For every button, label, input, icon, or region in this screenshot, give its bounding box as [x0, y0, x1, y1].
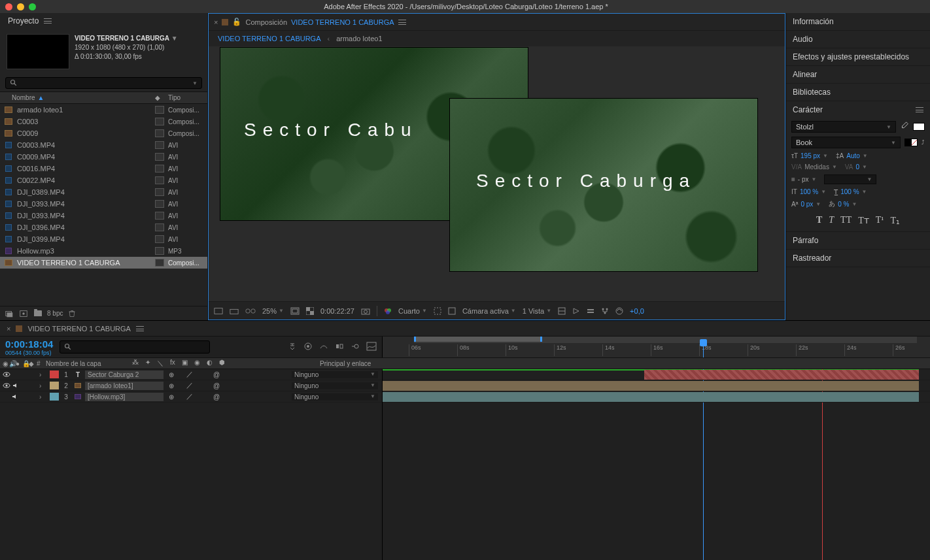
twirl-icon[interactable]: › [39, 393, 47, 401]
layer-switches[interactable]: ⊕／ [167, 382, 213, 389]
label-color[interactable] [155, 176, 164, 184]
swap-colors-icon[interactable]: ⤴ [921, 139, 925, 146]
project-item[interactable]: DJI_0393.MP4AVI [0, 198, 207, 210]
transparency-grid-icon[interactable] [306, 307, 314, 315]
always-preview-icon[interactable] [214, 307, 223, 315]
layer-label-color[interactable] [50, 393, 59, 401]
solo-toggle[interactable] [20, 382, 27, 389]
layer-switches[interactable]: ⊕／ [167, 393, 213, 401]
project-panel-tab[interactable]: Proyecto [0, 13, 207, 29]
panel-menu-icon[interactable] [44, 18, 52, 24]
allcaps-button[interactable]: TT [840, 215, 852, 226]
pickwhip-icon[interactable]: @ [213, 371, 220, 378]
project-item[interactable]: C0022.MP4AVI [0, 174, 207, 186]
superscript-button[interactable]: T¹ [876, 215, 884, 226]
label-color[interactable] [155, 118, 164, 125]
channel-icon[interactable] [384, 307, 392, 315]
label-color[interactable] [155, 188, 164, 196]
viewer-tab[interactable]: × 🔓 Composición VIDEO TERRENO 1 CABURGA [209, 14, 785, 31]
composition-canvas[interactable]: Sector Cabu Sector Caburga [209, 46, 785, 301]
italic-button[interactable]: T [829, 215, 834, 226]
hscale-input[interactable]: T̲ 100 % ▼ [834, 188, 867, 195]
stroke-over-select[interactable]: ▼ [824, 174, 876, 184]
label-color[interactable] [155, 200, 164, 208]
graph-editor-icon[interactable] [366, 342, 377, 352]
label-color[interactable] [155, 129, 164, 137]
project-item[interactable]: C0009.MP4AVI [0, 151, 207, 163]
info-panel-header[interactable]: Información [786, 13, 930, 30]
visibility-toggle[interactable] [3, 382, 10, 389]
parent-select[interactable]: Ninguno▼ [292, 393, 378, 401]
font-size-input[interactable]: τT 195 px ▼ [791, 152, 828, 159]
label-color[interactable] [155, 153, 164, 161]
pixel-aspect-icon[interactable] [558, 307, 566, 315]
baseline-input[interactable]: Aª 0 px ▼ [791, 201, 821, 208]
hide-shy-icon[interactable] [319, 342, 328, 352]
layer-name[interactable]: [armado loteo1] [85, 382, 164, 390]
layer-label-color[interactable] [50, 371, 59, 378]
audio-toggle[interactable] [12, 382, 19, 389]
font-style-select[interactable]: Book▼ [791, 137, 901, 148]
layer-label-color[interactable] [50, 382, 59, 389]
layer-row[interactable]: ›2[armado loteo1]⊕／@Ninguno▼ [0, 380, 382, 391]
project-item[interactable]: C0003Composi... [0, 116, 207, 127]
track-row[interactable] [383, 380, 930, 391]
chevron-left-icon[interactable]: ‹ [328, 35, 330, 42]
vscale-input[interactable]: IT 100 % ▼ [791, 188, 826, 195]
layer-row[interactable]: ›1TSector Caburga 2⊕／@Ninguno▼ [0, 369, 382, 380]
close-window-icon[interactable] [5, 3, 12, 10]
audio-toggle[interactable] [12, 393, 20, 401]
align-panel-header[interactable]: Alinear [786, 66, 930, 83]
timeline-menu-icon[interactable] [136, 326, 144, 331]
vr-icon[interactable] [245, 308, 256, 314]
parent-select[interactable]: Ninguno▼ [292, 382, 378, 389]
roi-icon[interactable] [434, 307, 441, 315]
visibility-toggle[interactable] [3, 393, 10, 401]
stroke-color-swatch[interactable] [904, 139, 911, 146]
layer-list[interactable]: ›1TSector Caburga 2⊕／@Ninguno▼›2[armado … [0, 369, 383, 560]
lock-col-icon[interactable]: 🔒 [20, 360, 26, 367]
crumb-active[interactable]: VIDEO TERRENO 1 CABURGA [218, 35, 321, 42]
crumb-nested[interactable]: armado loteo1 [336, 35, 382, 42]
interpret-footage-icon[interactable] [4, 308, 14, 319]
project-item[interactable]: DJI_0396.MP4AVI [0, 222, 207, 233]
playhead[interactable] [703, 343, 704, 357]
lock-icon[interactable]: 🔓 [232, 18, 241, 26]
visibility-toggle[interactable] [3, 371, 10, 378]
trash-icon[interactable] [67, 308, 77, 319]
draft-3d-toggle-icon[interactable] [303, 342, 313, 352]
col-parent[interactable]: Principal y enlace [317, 360, 383, 367]
fast-previews-icon[interactable] [572, 307, 580, 315]
pickwhip-icon[interactable]: @ [213, 393, 220, 401]
close-timeline-tab-icon[interactable]: × [7, 325, 10, 333]
frame-blend-icon[interactable] [335, 342, 344, 352]
track-row[interactable] [383, 391, 930, 403]
layer-bar[interactable] [644, 370, 919, 380]
current-timecode[interactable]: 0:00:18:04 [5, 338, 53, 350]
project-item[interactable]: Hollow.mp3MP3 [0, 245, 207, 257]
project-item-list[interactable]: armado loteo1Composi...C0003Composi...C0… [0, 104, 207, 306]
smallcaps-button[interactable]: Tᴛ [858, 215, 869, 226]
twirl-icon[interactable]: › [39, 371, 47, 378]
comp-mini-flowchart-icon[interactable] [288, 342, 297, 352]
work-area-bar[interactable] [414, 337, 542, 342]
exposure-value[interactable]: +0,0 [630, 307, 644, 315]
label-color[interactable] [155, 259, 164, 267]
character-panel-header[interactable]: Carácter [786, 101, 930, 118]
tracking-input[interactable]: VA 0 ▼ [845, 163, 867, 171]
view-layout-select[interactable]: 1 Vista ▼ [523, 307, 551, 315]
project-item[interactable]: C0016.MP4AVI [0, 163, 207, 174]
solo-toggle[interactable] [20, 393, 28, 401]
subscript-button[interactable]: T₁ [891, 215, 901, 226]
speaker-col-icon[interactable]: 🔊 [7, 360, 13, 367]
project-item[interactable]: C0003.MP4AVI [0, 139, 207, 151]
fill-color-swatch[interactable] [913, 123, 925, 131]
character-menu-icon[interactable] [916, 107, 923, 112]
resolution-icon[interactable] [290, 307, 300, 315]
tsume-input[interactable]: あ 0 % ▼ [829, 199, 857, 208]
eyedropper-icon[interactable] [900, 122, 909, 132]
minimize-window-icon[interactable] [17, 3, 24, 10]
maximize-window-icon[interactable] [29, 3, 36, 10]
lock-toggle[interactable] [29, 382, 37, 389]
solo-toggle[interactable] [20, 371, 27, 378]
